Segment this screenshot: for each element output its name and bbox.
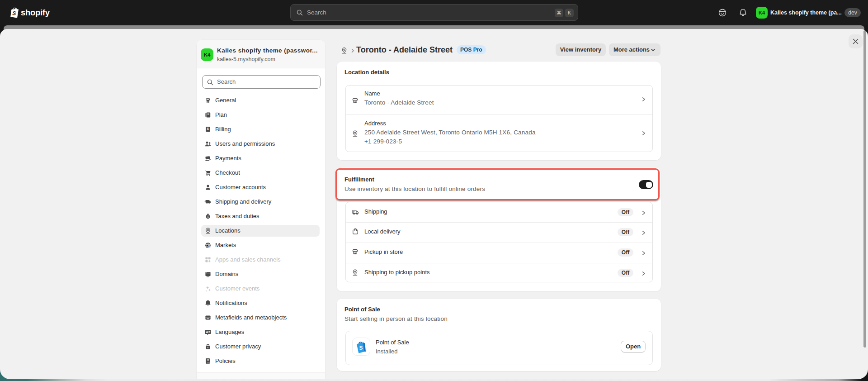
svg-text:S: S [12, 10, 16, 17]
svg-text:A: A [206, 331, 208, 334]
svg-text:$: $ [207, 127, 209, 131]
